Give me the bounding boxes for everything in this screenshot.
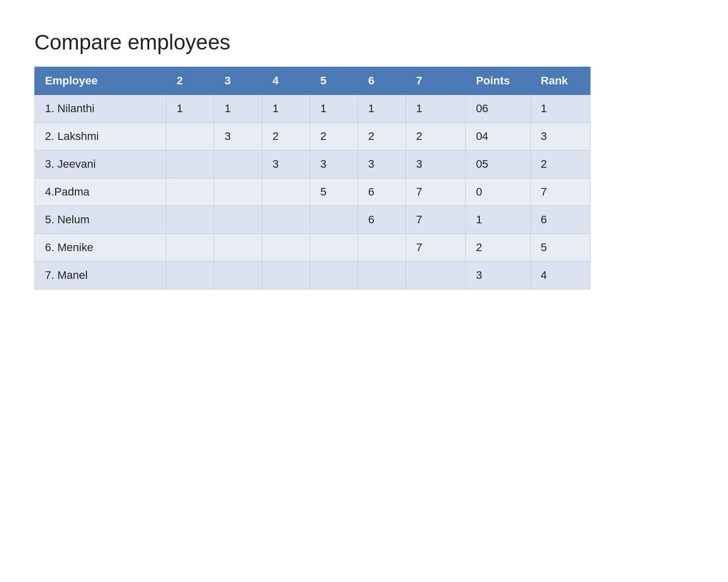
table-cell-r5-c4 xyxy=(310,234,358,262)
table-cell-r4-c1 xyxy=(166,206,214,234)
table-cell-r0-c1: 1 xyxy=(166,95,214,123)
table-cell-r6-c3 xyxy=(262,262,310,289)
column-header-0: Employee xyxy=(35,67,166,95)
table-row: 2. Lakshmi32222043 xyxy=(35,123,590,151)
table-cell-r0-c8: 1 xyxy=(530,95,590,123)
table-cell-r4-c4 xyxy=(310,206,358,234)
table-cell-r6-c0: 7. Manel xyxy=(35,262,166,289)
table-cell-r3-c2 xyxy=(214,178,262,206)
table-row: 3. Jeevani3333052 xyxy=(35,151,590,178)
table-cell-r5-c8: 5 xyxy=(530,234,590,262)
table-cell-r3-c8: 7 xyxy=(530,178,590,206)
table-header-row: Employee234567PointsRank xyxy=(35,67,590,95)
table-cell-r6-c4 xyxy=(310,262,358,289)
table-cell-r1-c8: 3 xyxy=(530,123,590,151)
table-cell-r5-c7: 2 xyxy=(466,234,530,262)
table-cell-r0-c2: 1 xyxy=(214,95,262,123)
table-cell-r6-c7: 3 xyxy=(466,262,530,289)
table-cell-r6-c6 xyxy=(405,262,465,289)
table-cell-r3-c7: 0 xyxy=(466,178,530,206)
table-cell-r0-c0: 1. Nilanthi xyxy=(35,95,166,123)
column-header-2: 3 xyxy=(214,67,262,95)
table-cell-r5-c3 xyxy=(262,234,310,262)
table-row: 4.Padma56707 xyxy=(35,178,590,206)
page-title: Compare employees xyxy=(34,30,694,55)
table-cell-r1-c0: 2. Lakshmi xyxy=(35,123,166,151)
table-cell-r3-c0: 4.Padma xyxy=(35,178,166,206)
table-cell-r1-c5: 2 xyxy=(358,123,406,151)
table-cell-r6-c1 xyxy=(166,262,214,289)
table-cell-r4-c5: 6 xyxy=(358,206,406,234)
table-cell-r2-c5: 3 xyxy=(358,151,406,178)
table-cell-r0-c3: 1 xyxy=(262,95,310,123)
table-body: 1. Nilanthi1111110612. Lakshmi322220433.… xyxy=(35,95,590,289)
table-cell-r2-c3: 3 xyxy=(262,151,310,178)
table-row: 7. Manel34 xyxy=(35,262,590,289)
table-cell-r2-c7: 05 xyxy=(466,151,530,178)
table-cell-r1-c4: 2 xyxy=(310,123,358,151)
table-cell-r3-c1 xyxy=(166,178,214,206)
table-cell-r5-c5 xyxy=(358,234,406,262)
table-cell-r6-c8: 4 xyxy=(530,262,590,289)
table-cell-r0-c7: 06 xyxy=(466,95,530,123)
table-row: 5. Nelum6716 xyxy=(35,206,590,234)
table-cell-r5-c1 xyxy=(166,234,214,262)
column-header-4: 5 xyxy=(310,67,358,95)
column-header-7: Points xyxy=(466,67,530,95)
table-cell-r4-c0: 5. Nelum xyxy=(35,206,166,234)
column-header-3: 4 xyxy=(262,67,310,95)
table-cell-r6-c5 xyxy=(358,262,406,289)
table-cell-r6-c2 xyxy=(214,262,262,289)
table-cell-r0-c4: 1 xyxy=(310,95,358,123)
table-cell-r2-c8: 2 xyxy=(530,151,590,178)
column-header-6: 7 xyxy=(405,67,465,95)
table-cell-r2-c2 xyxy=(214,151,262,178)
table-cell-r2-c0: 3. Jeevani xyxy=(35,151,166,178)
table-cell-r2-c6: 3 xyxy=(405,151,465,178)
table-cell-r1-c1 xyxy=(166,123,214,151)
table-cell-r5-c2 xyxy=(214,234,262,262)
table-row: 1. Nilanthi111111061 xyxy=(35,95,590,123)
table-cell-r3-c6: 7 xyxy=(405,178,465,206)
column-header-5: 6 xyxy=(358,67,406,95)
table-cell-r1-c3: 2 xyxy=(262,123,310,151)
table-cell-r0-c6: 1 xyxy=(405,95,465,123)
column-header-1: 2 xyxy=(166,67,214,95)
table-cell-r4-c8: 6 xyxy=(530,206,590,234)
table-cell-r4-c3 xyxy=(262,206,310,234)
table-cell-r3-c5: 6 xyxy=(358,178,406,206)
table-cell-r1-c2: 3 xyxy=(214,123,262,151)
table-cell-r3-c3 xyxy=(262,178,310,206)
table-cell-r1-c6: 2 xyxy=(405,123,465,151)
table-cell-r1-c7: 04 xyxy=(466,123,530,151)
table-cell-r4-c7: 1 xyxy=(466,206,530,234)
table-cell-r4-c2 xyxy=(214,206,262,234)
column-header-8: Rank xyxy=(530,67,590,95)
table-cell-r2-c1 xyxy=(166,151,214,178)
table-cell-r2-c4: 3 xyxy=(310,151,358,178)
table-cell-r0-c5: 1 xyxy=(358,95,406,123)
table-cell-r3-c4: 5 xyxy=(310,178,358,206)
comparison-table: Employee234567PointsRank 1. Nilanthi1111… xyxy=(34,67,590,289)
table-cell-r5-c6: 7 xyxy=(405,234,465,262)
table-row: 6. Menike725 xyxy=(35,234,590,262)
table-cell-r4-c6: 7 xyxy=(405,206,465,234)
table-cell-r5-c0: 6. Menike xyxy=(35,234,166,262)
